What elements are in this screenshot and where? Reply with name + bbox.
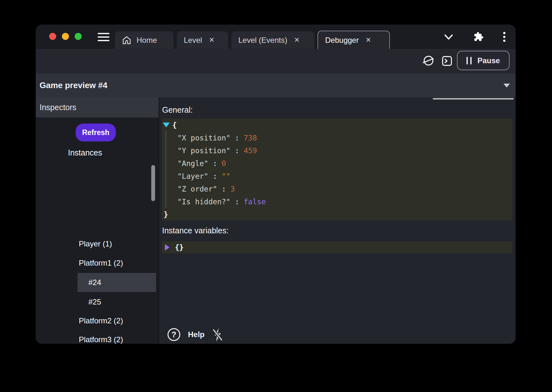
inspectors-header: Inspectors (36, 97, 159, 117)
json-close-line: } (162, 208, 512, 221)
json-key: "Z order" (177, 185, 217, 193)
json-key: "Is hidden?" (177, 198, 230, 206)
extensions-puzzle-icon[interactable] (474, 32, 484, 42)
json-property-row[interactable]: "Is hidden?" : false (162, 195, 512, 208)
tab-level-events[interactable]: Level (Events) × (231, 31, 314, 49)
close-tab-icon[interactable]: × (366, 36, 371, 44)
more-options-kebab-icon[interactable] (502, 32, 507, 42)
tab-debugger[interactable]: Debugger × (317, 31, 390, 49)
chevron-down-icon (504, 84, 510, 87)
auto-refresh-off-icon[interactable] (211, 328, 224, 343)
expand-triangle-icon[interactable] (165, 244, 169, 251)
json-value: 3 (230, 185, 235, 193)
json-separator: : (208, 172, 222, 180)
inspector-detail-pane: General: { "X position" : 738"Y position… (159, 97, 516, 344)
variables-value: {} (175, 241, 184, 253)
json-separator: : (230, 147, 244, 155)
instance-item[interactable]: Platform2 (2) (78, 311, 156, 330)
json-value: false (244, 198, 266, 206)
json-property-row[interactable]: "Z order" : 3 (162, 183, 512, 195)
instance-variables-label: Instance variables: (162, 225, 228, 236)
json-separator: : (217, 185, 231, 193)
close-brace: } (164, 210, 168, 219)
instance-item[interactable]: Platform3 (2) (78, 330, 156, 344)
sidebar-scrollbar[interactable] (151, 165, 155, 201)
collapse-triangle-icon[interactable] (163, 123, 170, 127)
pause-button[interactable]: Pause (457, 51, 510, 70)
json-key: "Layer" (177, 172, 208, 180)
app-window: Home Level × Level (Events) × Debugger × (36, 25, 516, 344)
json-separator: : (208, 159, 222, 168)
json-key: "Angle" (177, 159, 208, 168)
instance-item[interactable]: #25 (78, 292, 156, 312)
close-tab-icon[interactable]: × (209, 36, 214, 44)
horizontal-scrollbar[interactable] (433, 98, 514, 100)
tab-label: Debugger (325, 36, 359, 45)
tab-bar: Home Level × Level (Events) × Debugger × (36, 25, 516, 49)
json-separator: : (230, 134, 244, 142)
instance-item[interactable]: #24 (78, 273, 156, 292)
instance-item[interactable]: Player (1) (78, 234, 156, 253)
general-json-tree: { "X position" : 738"Y position" : 459"A… (162, 119, 512, 220)
tab-label: Level (184, 36, 202, 45)
home-icon (122, 35, 131, 45)
console-icon[interactable] (441, 55, 453, 68)
general-section-label: General: (162, 104, 193, 115)
json-rows: "X position" : 738"Y position" : 459"Ang… (162, 132, 512, 208)
json-value: 738 (244, 134, 257, 142)
instances-group-label[interactable]: Instances (68, 147, 102, 158)
json-property-row[interactable]: "X position" : 738 (162, 132, 512, 144)
json-root-line: { (162, 119, 512, 132)
profiler-gauge-icon[interactable] (422, 55, 435, 68)
debugger-toolbar: Pause (36, 49, 516, 73)
json-property-row[interactable]: "Layer" : "" (162, 170, 512, 183)
json-key: "Y position" (177, 147, 230, 155)
help-button[interactable]: ? Help (168, 328, 205, 341)
tab-level[interactable]: Level × (177, 31, 228, 49)
instance-item[interactable]: Platform1 (2) (78, 253, 156, 273)
question-mark-icon: ? (168, 328, 180, 341)
json-value: "" (221, 172, 230, 180)
json-property-row[interactable]: "Angle" : 0 (162, 157, 512, 170)
tab-label: Home (137, 36, 157, 45)
main-menu-icon[interactable] (98, 33, 109, 41)
json-value: 0 (221, 159, 226, 168)
json-separator: : (230, 198, 244, 206)
indent-guide (166, 131, 166, 207)
minimize-window-button[interactable] (62, 33, 69, 40)
json-property-row[interactable]: "Y position" : 459 (162, 144, 512, 157)
zoom-window-button[interactable] (75, 33, 82, 40)
refresh-button[interactable]: Refresh (76, 124, 116, 141)
inspectors-sidebar: Inspectors Refresh Instances Player (1)P… (36, 97, 159, 344)
instance-variables-tree: {} (162, 241, 512, 253)
chevron-down-icon[interactable] (444, 34, 454, 41)
open-brace: { (172, 121, 177, 129)
json-value: 459 (244, 147, 257, 155)
help-label: Help (188, 330, 205, 339)
game-preview-label: Game preview #4 (40, 73, 107, 97)
game-preview-select[interactable]: Game preview #4 (36, 73, 516, 97)
tab-label: Level (Events) (238, 36, 287, 45)
debugger-content: Inspectors Refresh Instances Player (1)P… (36, 97, 516, 344)
json-key: "X position" (177, 134, 230, 142)
close-tab-icon[interactable]: × (294, 36, 299, 44)
close-window-button[interactable] (49, 33, 56, 40)
pause-label: Pause (477, 56, 500, 65)
pause-icon (466, 57, 472, 64)
inspectors-title: Inspectors (40, 97, 76, 117)
tab-home[interactable]: Home (115, 31, 174, 49)
